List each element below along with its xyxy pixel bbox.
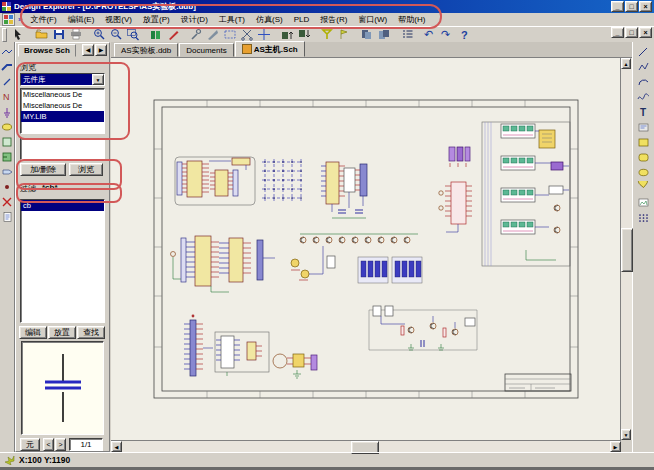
wire-icon[interactable]	[0, 44, 14, 59]
directive-icon[interactable]	[0, 209, 14, 224]
zoom-out-icon[interactable]	[107, 27, 124, 42]
tab-schematic-active[interactable]: AS主机.Sch	[235, 41, 305, 57]
toolbar-grip[interactable]	[2, 28, 7, 42]
sheet-symbol-icon[interactable]	[0, 134, 14, 149]
vertical-scroll-thumb[interactable]	[621, 228, 633, 272]
block-interface[interactable]	[321, 162, 367, 218]
menu-window[interactable]: 窗口(W)	[353, 14, 392, 25]
ellipse-icon[interactable]	[637, 165, 651, 180]
list-item[interactable]: Miscellaneous De	[21, 89, 104, 100]
find-button[interactable]: 查找	[77, 326, 105, 339]
net-label-icon[interactable]: N	[0, 89, 14, 104]
list-item-selected[interactable]: cb	[21, 200, 104, 211]
menu-tools[interactable]: 工具(T)	[214, 14, 250, 25]
undo-icon[interactable]: ↶	[421, 27, 438, 42]
menu-help[interactable]: 帮助(H)	[393, 14, 430, 25]
power-port-icon[interactable]	[0, 104, 14, 119]
next-part-icon[interactable]: >	[55, 438, 66, 451]
block-analog[interactable]	[369, 306, 477, 350]
block-output[interactable]	[482, 122, 570, 266]
block-cpu-main[interactable]	[171, 236, 276, 292]
title-block[interactable]	[505, 374, 571, 391]
component-list[interactable]: cb	[20, 199, 105, 323]
block-connector-purple[interactable]	[449, 147, 470, 167]
vertical-scrollbar[interactable]: ▲ ▼	[620, 58, 632, 440]
panel-tab-scroll-left-icon[interactable]: ◀	[82, 44, 94, 56]
prev-part-icon[interactable]: <	[43, 438, 54, 451]
tab-documents[interactable]: Documents	[179, 43, 233, 57]
sheet-entry-icon[interactable]	[0, 149, 14, 164]
browse-library-icon[interactable]	[147, 27, 164, 42]
knife-icon[interactable]	[204, 27, 221, 42]
text-icon[interactable]: T	[637, 105, 651, 120]
bus-icon[interactable]	[0, 59, 14, 74]
edit-button[interactable]: 编辑	[19, 326, 47, 339]
list-item[interactable]: Miscellaneous De	[21, 100, 104, 111]
zoom-area-icon[interactable]	[124, 27, 141, 42]
help-icon[interactable]: ?	[455, 27, 472, 42]
browse-button[interactable]: 浏览	[69, 163, 103, 176]
menu-design[interactable]: 设计(D)	[176, 14, 213, 25]
block-keypad[interactable]	[262, 159, 302, 201]
menu-simulate[interactable]: 仿真(S)	[251, 14, 288, 25]
duplicate-icon[interactable]	[375, 27, 392, 42]
rectangle-icon[interactable]	[637, 135, 651, 150]
block-driver[interactable]	[439, 182, 472, 232]
wrench-icon[interactable]	[187, 27, 204, 42]
paste-copy-icon[interactable]	[358, 27, 375, 42]
dropdown-arrow-icon[interactable]: ▼	[92, 74, 104, 85]
scroll-right-icon[interactable]: ▶	[610, 441, 621, 452]
crosshair-icon[interactable]	[255, 27, 272, 42]
titlebar[interactable]: Design Explorer - [D:\PROTELSP\AS实验板.ddb…	[0, 0, 654, 13]
library-down-icon[interactable]	[295, 27, 312, 42]
place-button[interactable]: 放置	[48, 326, 76, 339]
scroll-down-icon[interactable]: ▼	[621, 429, 631, 440]
probe-icon[interactable]	[335, 27, 352, 42]
close-button[interactable]: ×	[639, 1, 652, 12]
save-icon[interactable]	[50, 27, 67, 42]
no-erc-icon[interactable]	[0, 194, 14, 209]
block-connector-left[interactable]	[184, 315, 213, 376]
block-display-drivers[interactable]	[291, 234, 422, 283]
add-remove-button[interactable]: 加/删除	[20, 163, 66, 176]
library-up-icon[interactable]	[278, 27, 295, 42]
menu-reports[interactable]: 报告(R)	[315, 14, 352, 25]
library-type-dropdown[interactable]: 元件库 ▼	[20, 73, 105, 86]
tab-database[interactable]: AS实验板.ddb	[114, 43, 178, 57]
library-list[interactable]: Miscellaneous De Miscellaneous De MY.LIB	[20, 88, 105, 134]
block-power[interactable]	[273, 354, 317, 378]
explorer-icon[interactable]	[2, 13, 15, 26]
menu-file[interactable]: 文件(F)	[25, 14, 61, 25]
filter-value[interactable]: *cb*	[42, 183, 58, 192]
arc-icon[interactable]	[637, 75, 651, 90]
schematic-canvas[interactable]	[111, 58, 621, 440]
filter-icon[interactable]	[318, 27, 335, 42]
schematic-drawing[interactable]	[111, 58, 621, 440]
menu-chevron-icon[interactable]: »	[18, 15, 22, 24]
restore-button[interactable]: □	[625, 1, 638, 12]
bezier-icon[interactable]	[637, 90, 651, 105]
menu-edit[interactable]: 编辑(E)	[63, 14, 100, 25]
panel-tab-scroll-right-icon[interactable]: ▶	[95, 44, 107, 56]
graphic-image-icon[interactable]	[637, 195, 651, 210]
special-string-icon[interactable]	[637, 120, 651, 135]
part-icon[interactable]	[0, 119, 14, 134]
block-mcu[interactable]	[175, 157, 255, 205]
select-rect-icon[interactable]	[221, 27, 238, 42]
tab-browse-sch[interactable]: Browse Sch	[18, 44, 76, 57]
list-options-icon[interactable]	[398, 27, 415, 42]
port-icon[interactable]	[0, 164, 14, 179]
library-parts-list[interactable]	[20, 138, 105, 160]
pie-icon[interactable]	[637, 180, 651, 195]
redo-icon[interactable]: ↷	[438, 27, 455, 42]
polyline-icon[interactable]	[637, 60, 651, 75]
junction-icon[interactable]	[0, 179, 14, 194]
scissors-icon[interactable]	[238, 27, 255, 42]
paste-array-icon[interactable]	[637, 210, 651, 225]
minimize-button[interactable]: _	[611, 1, 624, 12]
annotate-pen-icon[interactable]	[164, 27, 181, 42]
menu-place[interactable]: 放置(P)	[138, 14, 175, 25]
line-icon[interactable]	[637, 45, 651, 60]
menu-view[interactable]: 视图(V)	[100, 14, 137, 25]
list-item-selected[interactable]: MY.LIB	[21, 111, 104, 122]
